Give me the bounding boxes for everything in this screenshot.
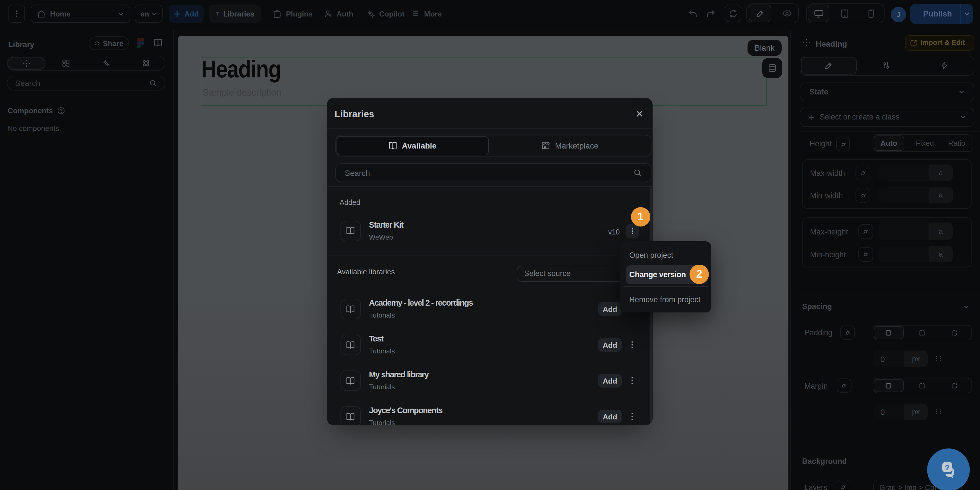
svg-text:?: ? bbox=[945, 463, 949, 472]
